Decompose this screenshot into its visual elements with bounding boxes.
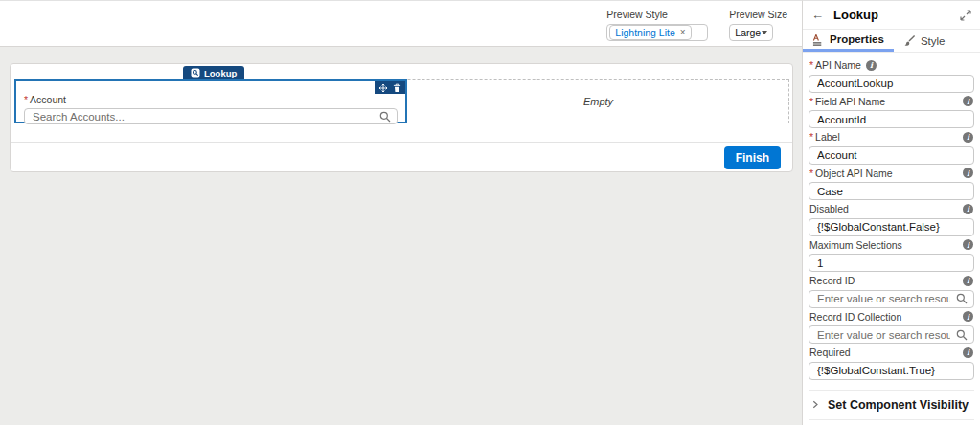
preview-size-label: Preview Size: [729, 9, 787, 20]
remove-pill-icon[interactable]: ×: [680, 28, 686, 37]
back-arrow-icon[interactable]: ←: [811, 9, 824, 21]
input-required[interactable]: [809, 362, 974, 380]
input-record-id-collection[interactable]: [809, 325, 974, 344]
preview-style-pill: Lightning Lite ×: [609, 25, 691, 40]
panel-sections: Set Component Visibility Validate Input: [809, 390, 974, 425]
field-label-row: Account: [24, 94, 399, 105]
field-group-record-id: Record ID: [809, 275, 974, 308]
info-icon[interactable]: [963, 96, 973, 106]
panel-tabs: Properties Style: [803, 30, 980, 53]
info-icon[interactable]: [963, 311, 973, 322]
tab-properties[interactable]: Properties: [803, 30, 894, 52]
screen-preview-card: Lookup Account: [10, 63, 793, 172]
properties-panel: ← Lookup Properties Style API Name Field: [802, 0, 980, 425]
field-label: Maximum Selections: [809, 239, 902, 251]
delete-icon[interactable]: [393, 83, 401, 93]
properties-icon: [812, 34, 825, 46]
brush-icon: [903, 34, 916, 47]
info-icon[interactable]: [963, 168, 973, 178]
screen-editor-app: Preview Style Lightning Lite × Preview S…: [0, 0, 980, 425]
field-label: Account: [30, 94, 66, 105]
empty-column[interactable]: Empty: [408, 80, 788, 123]
info-icon[interactable]: [963, 239, 973, 250]
field-label: API Name: [815, 59, 861, 71]
section-set-component-visibility[interactable]: Set Component Visibility: [809, 390, 974, 419]
preview-size-select[interactable]: Large: [729, 24, 773, 41]
chevron-right-icon: [811, 400, 819, 409]
field-label: Field API Name: [815, 96, 885, 107]
input-record-id[interactable]: [809, 290, 974, 308]
info-icon[interactable]: [963, 132, 973, 143]
preview-style-input[interactable]: Lightning Lite ×: [606, 24, 708, 41]
field-group-disabled: Disabled: [809, 203, 974, 236]
field-group-maximum-selections: Maximum Selections: [809, 239, 974, 273]
lookup-search-box: [24, 108, 398, 124]
input-disabled[interactable]: [809, 218, 974, 236]
move-icon[interactable]: [378, 83, 388, 93]
search-icon[interactable]: [956, 293, 968, 304]
tab-style[interactable]: Style: [894, 30, 955, 52]
component-type-badge: Lookup: [183, 66, 244, 79]
tab-style-label: Style: [921, 35, 946, 47]
preview-style-group: Preview Style Lightning Lite ×: [606, 9, 708, 46]
component-actions: [375, 81, 405, 94]
field-label: Disabled: [809, 203, 849, 214]
lookup-search-input[interactable]: [33, 111, 374, 123]
lookup-component[interactable]: Account: [14, 79, 407, 123]
empty-label: Empty: [583, 96, 613, 107]
screen-row: Account Empty: [14, 79, 789, 123]
section-validate-input[interactable]: Validate Input: [809, 419, 974, 425]
panel-title: Lookup: [833, 8, 878, 22]
field-group-api-name: API Name: [809, 59, 974, 93]
input-field-api-name[interactable]: [809, 110, 974, 128]
field-group-field-api-name: Field API Name: [809, 96, 974, 129]
tab-properties-label: Properties: [830, 34, 884, 45]
preview-style-label: Preview Style: [606, 9, 708, 20]
input-label[interactable]: [809, 146, 974, 165]
screen-canvas: Lookup Account: [0, 47, 802, 425]
field-label: Label: [815, 131, 840, 143]
preview-size-group: Preview Size Large: [729, 9, 787, 46]
field-group-label: Label: [809, 131, 974, 165]
input-object-api-name[interactable]: [809, 182, 974, 200]
finish-button[interactable]: Finish: [724, 146, 781, 169]
field-label: Record ID: [809, 275, 855, 286]
panel-header: ← Lookup: [803, 1, 980, 30]
screen-footer: Finish: [11, 142, 792, 172]
info-icon[interactable]: [963, 347, 973, 358]
field-label: Object API Name: [815, 168, 893, 179]
field-label: Record ID Collection: [809, 311, 901, 323]
info-icon[interactable]: [866, 60, 877, 71]
component-badge-label: Lookup: [204, 68, 237, 78]
preview-size-value: Large: [735, 27, 761, 38]
field-group-record-id-collection: Record ID Collection: [809, 311, 974, 345]
search-icon: [379, 111, 391, 123]
field-group-object-api-name: Object API Name: [809, 168, 974, 201]
panel-body: API Name Field API Name Label Object API…: [803, 53, 980, 425]
expand-icon[interactable]: [960, 10, 971, 21]
search-icon[interactable]: [956, 329, 968, 341]
field-group-required: Required: [809, 347, 974, 380]
chevron-down-icon: [762, 31, 767, 34]
input-max-selections[interactable]: [809, 254, 974, 272]
info-icon[interactable]: [963, 204, 973, 214]
section-label: Set Component Visibility: [828, 398, 969, 412]
info-icon[interactable]: [963, 276, 973, 286]
preview-style-pill-label: Lightning Lite: [615, 27, 674, 38]
input-api-name[interactable]: [809, 75, 974, 93]
preview-toolbar: Preview Style Lightning Lite × Preview S…: [0, 0, 802, 47]
lookup-icon: [191, 68, 200, 78]
field-label: Required: [809, 347, 851, 358]
